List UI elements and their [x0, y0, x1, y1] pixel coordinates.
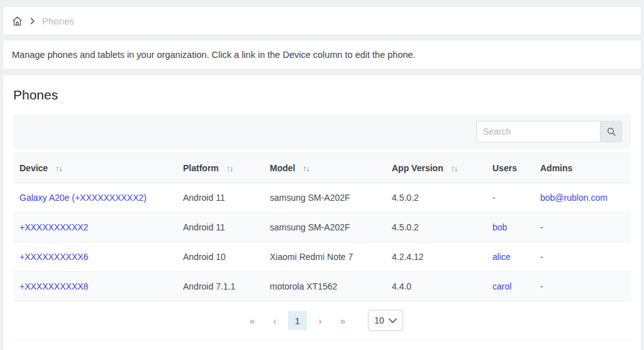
platform-cell: Android 11 — [177, 213, 264, 242]
admins-cell: - — [534, 213, 631, 242]
device-link[interactable]: +XXXXXXXXXX2 — [19, 222, 88, 232]
column-header-platform[interactable]: Platform ↑↓ — [177, 154, 264, 183]
sort-icon: ↑↓ — [55, 164, 62, 173]
table-header-row: Device ↑↓ Platform ↑↓ Model ↑↓ App Versi… — [13, 154, 631, 183]
model-cell: motorola XT1562 — [264, 272, 386, 302]
column-header-users: Users — [486, 154, 534, 183]
device-link[interactable]: +XXXXXXXXXX8 — [19, 281, 88, 291]
chevron-right-icon — [29, 18, 36, 25]
app-version-cell: 4.2.4.12 — [386, 242, 486, 272]
table-row: +XXXXXXXXXX6 Android 10 Xiaomi Redmi Not… — [13, 242, 631, 272]
page-number-button[interactable]: 1 — [288, 311, 307, 330]
sort-icon: ↑↓ — [226, 164, 233, 173]
pagination: « ‹ 1 › » 10 — [13, 302, 631, 341]
column-header-model[interactable]: Model ↑↓ — [264, 154, 386, 183]
first-page-button[interactable]: « — [243, 311, 262, 330]
model-cell: samsung SM-A202F — [264, 183, 386, 213]
home-icon[interactable] — [12, 16, 23, 26]
app-version-cell: 4.4.0 — [386, 272, 486, 302]
platform-cell: Android 7.1.1 — [177, 272, 264, 302]
page-size-value: 10 — [374, 315, 384, 325]
search-icon — [606, 127, 616, 137]
model-cell: samsung SM-A202F — [264, 213, 386, 242]
table-row: +XXXXXXXXXX8 Android 7.1.1 motorola XT15… — [13, 272, 631, 302]
intro-text: Manage phones and tablets in your organi… — [12, 50, 416, 60]
model-cell: Xiaomi Redmi Note 7 — [264, 242, 386, 272]
page-size-select[interactable]: 10 — [368, 310, 403, 331]
user-link[interactable]: bob — [492, 222, 507, 232]
device-link[interactable]: +XXXXXXXXXX6 — [19, 252, 88, 262]
table-row: +XXXXXXXXXX2 Android 11 samsung SM-A202F… — [13, 213, 631, 242]
search-group — [476, 121, 622, 142]
sort-icon: ↑↓ — [303, 164, 309, 173]
next-page-button[interactable]: › — [311, 311, 330, 330]
search-button[interactable] — [601, 121, 622, 142]
search-input[interactable] — [476, 121, 601, 142]
column-header-app-version[interactable]: App Version ↑↓ — [386, 154, 486, 183]
intro-panel: Manage phones and tablets in your organi… — [3, 40, 641, 70]
users-cell: - — [486, 183, 534, 213]
admin-link[interactable]: bob@rublon.com — [540, 193, 608, 203]
previous-page-button[interactable]: ‹ — [265, 311, 284, 330]
phones-table: Device ↑↓ Platform ↑↓ Model ↑↓ App Versi… — [13, 153, 631, 302]
last-page-button[interactable]: » — [333, 311, 352, 330]
table-row: Galaxy A20e (+XXXXXXXXXX2) Android 11 sa… — [13, 183, 631, 213]
table-toolbar — [13, 114, 631, 149]
column-header-device[interactable]: Device ↑↓ — [13, 154, 177, 183]
column-header-admins: Admins — [534, 154, 631, 183]
platform-cell: Android 10 — [177, 242, 264, 272]
admins-cell: - — [534, 242, 631, 272]
user-link[interactable]: carol — [492, 281, 511, 291]
breadcrumb-current: Phones — [42, 16, 74, 26]
platform-cell: Android 11 — [177, 183, 264, 213]
device-link[interactable]: Galaxy A20e (+XXXXXXXXXX2) — [19, 193, 147, 203]
page-title: Phones — [13, 88, 631, 103]
app-version-cell: 4.5.0.2 — [386, 183, 486, 213]
phones-panel: Phones Device ↑↓ — [3, 74, 641, 350]
chevron-down-icon — [389, 318, 397, 324]
admins-cell: - — [534, 272, 631, 302]
user-link[interactable]: alice — [492, 252, 511, 262]
app-version-cell: 4.5.0.2 — [386, 213, 486, 242]
breadcrumb: Phones — [3, 6, 641, 35]
sort-icon: ↑↓ — [451, 164, 458, 173]
